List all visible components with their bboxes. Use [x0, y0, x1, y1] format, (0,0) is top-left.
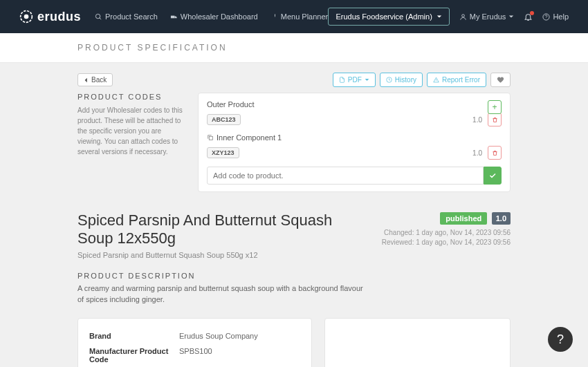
add-outer-button[interactable]: +	[488, 100, 502, 114]
utensils-icon	[270, 13, 278, 21]
codes-description: Add your Wholesaler codes to this produc…	[77, 105, 185, 157]
code-version: 1.0	[472, 116, 482, 124]
info-row: Manufacturer Product CodeSPBS100	[89, 344, 300, 367]
info-row: BrandErudus Soup Company	[89, 328, 300, 344]
info-value: Erudus Soup Company	[179, 332, 258, 340]
confirm-add-button[interactable]	[484, 167, 502, 185]
navbar: erudus Product Search Wholesaler Dashboa…	[0, 0, 588, 33]
arrow-left-icon	[84, 77, 89, 83]
inner-component-label: Inner Component 1	[207, 133, 502, 142]
product-codes-section: PRODUCT CODES Add your Wholesaler codes …	[77, 93, 511, 205]
question-icon	[542, 13, 550, 21]
code-chip: XZY123	[207, 147, 239, 158]
logo-text: erudus	[37, 10, 81, 24]
file-icon	[339, 77, 345, 83]
info-label: Brand	[89, 332, 179, 340]
help-fab[interactable]: ?	[548, 327, 573, 352]
user-icon	[459, 13, 467, 21]
my-erudus-dropdown[interactable]: My Erudus	[459, 12, 515, 21]
back-button[interactable]: Back	[77, 73, 113, 86]
nav-product-search[interactable]: Product Search	[95, 12, 158, 21]
description-text: A creamy and warming parsnip and buttern…	[77, 283, 368, 305]
question-icon: ?	[557, 332, 564, 347]
code-chip: ABC123	[207, 114, 241, 125]
add-code-input[interactable]	[207, 167, 484, 185]
status-badge: published	[440, 212, 487, 225]
pdf-button[interactable]: PDF	[333, 73, 376, 87]
svg-point-1	[24, 15, 29, 19]
warning-icon	[433, 77, 439, 83]
outer-code-row: ABC123 1.0	[207, 113, 502, 126]
reviewed-text: Reviewed: 1 day ago, Nov 14, 2023 09:56	[382, 238, 511, 247]
svg-point-5	[461, 14, 464, 17]
logo-icon	[19, 10, 33, 23]
delete-code-button[interactable]	[488, 146, 502, 160]
delete-code-button[interactable]	[488, 113, 502, 126]
clock-icon	[386, 77, 392, 83]
nav-wholesaler-dashboard[interactable]: Wholesaler Dashboard	[170, 12, 258, 21]
nav-links: Product Search Wholesaler Dashboard Menu…	[95, 12, 328, 21]
description-heading: PRODUCT DESCRIPTION	[77, 272, 511, 280]
svg-rect-4	[171, 15, 175, 18]
caret-down-icon	[508, 14, 514, 19]
codes-heading: PRODUCT CODES	[77, 93, 185, 101]
add-code-row	[207, 167, 502, 185]
help-link[interactable]: Help	[542, 12, 569, 21]
changed-text: Changed: 1 day ago, Nov 14, 2023 09:56	[382, 228, 511, 238]
report-error-button[interactable]: Report Error	[427, 73, 486, 87]
truck-icon	[170, 13, 178, 21]
outer-product-label: Outer Product	[207, 100, 502, 109]
heart-icon	[497, 76, 504, 84]
info-panel-left: BrandErudus Soup CompanyManufacturer Pro…	[77, 318, 312, 367]
search-icon	[95, 13, 102, 21]
admin-dropdown[interactable]: Erudus Foodservice (Admin)	[328, 8, 449, 26]
product-subtitle: Spiced Parsnip and Butternut Squash Soup…	[77, 251, 368, 259]
title-row: Spiced Parsnip And Butternut Squash Soup…	[77, 205, 511, 259]
notification-dot	[530, 11, 534, 15]
nav-menu-planner[interactable]: Menu Planner	[270, 12, 329, 21]
history-button[interactable]: History	[380, 73, 423, 87]
trash-icon	[492, 150, 498, 156]
code-version: 1.0	[472, 149, 482, 157]
page-title: PRODUCT SPECIFICATION	[0, 33, 588, 63]
svg-rect-8	[209, 136, 212, 140]
info-value: SPBS100	[179, 347, 212, 364]
caret-down-icon	[437, 14, 442, 19]
check-icon	[488, 171, 497, 180]
favorite-button[interactable]	[490, 73, 511, 87]
nav-right: Erudus Foodservice (Admin) My Erudus Hel…	[328, 8, 569, 26]
product-title: Spiced Parsnip And Butternut Squash Soup…	[77, 211, 368, 248]
info-label: Manufacturer Product Code	[89, 347, 179, 364]
notifications-button[interactable]	[524, 12, 533, 21]
inner-code-row: XZY123 1.0	[207, 146, 502, 160]
trash-icon	[492, 117, 498, 123]
top-actions: Back PDF History Report Error	[77, 63, 511, 93]
info-panel-right	[324, 318, 511, 367]
svg-line-3	[100, 17, 101, 19]
version-badge: 1.0	[492, 212, 511, 225]
copy-icon	[207, 134, 214, 141]
timestamps: Changed: 1 day ago, Nov 14, 2023 09:56 R…	[382, 228, 511, 247]
caret-down-icon	[365, 77, 369, 82]
svg-point-2	[95, 14, 100, 18]
logo[interactable]: erudus	[19, 10, 81, 24]
info-columns: BrandErudus Soup CompanyManufacturer Pro…	[77, 318, 511, 367]
